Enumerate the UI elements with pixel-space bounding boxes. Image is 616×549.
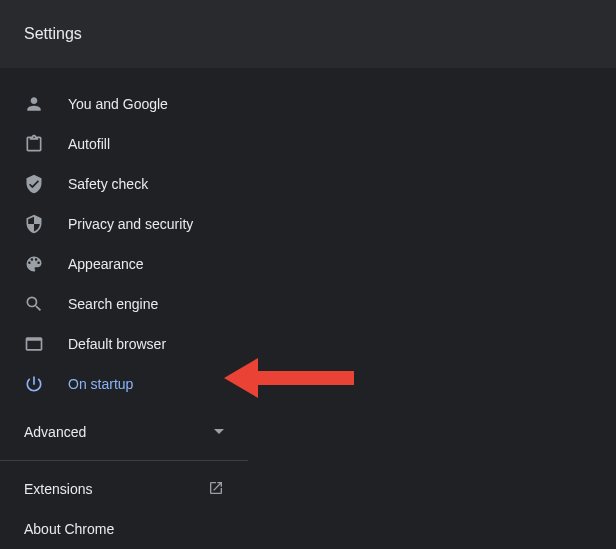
sidebar-item-label: Autofill [68, 136, 110, 152]
settings-sidebar: You and Google Autofill Safety check Pri… [0, 72, 248, 549]
sidebar-item-privacy-security[interactable]: Privacy and security [0, 204, 248, 244]
advanced-label: Advanced [24, 424, 86, 440]
security-icon [24, 214, 44, 234]
settings-header: Settings [0, 0, 616, 68]
search-icon [24, 294, 44, 314]
sidebar-item-on-startup[interactable]: On startup [0, 364, 248, 404]
chevron-down-icon [214, 424, 224, 440]
sidebar-item-label: Safety check [68, 176, 148, 192]
safety-check-icon [24, 174, 44, 194]
default-browser-icon [24, 334, 44, 354]
sidebar-item-label: Search engine [68, 296, 158, 312]
sidebar-item-safety-check[interactable]: Safety check [0, 164, 248, 204]
sidebar-item-search-engine[interactable]: Search engine [0, 284, 248, 324]
power-icon [24, 374, 44, 394]
sidebar-item-label: On startup [68, 376, 133, 392]
sidebar-advanced-toggle[interactable]: Advanced [0, 412, 248, 452]
sidebar-item-extensions[interactable]: Extensions [0, 469, 248, 509]
sidebar-item-label: You and Google [68, 96, 168, 112]
about-label: About Chrome [24, 521, 114, 537]
sidebar-item-about-chrome[interactable]: About Chrome [0, 509, 248, 549]
extensions-label: Extensions [24, 481, 92, 497]
sidebar-item-autofill[interactable]: Autofill [0, 124, 248, 164]
nav-list: You and Google Autofill Safety check Pri… [0, 72, 248, 404]
sidebar-item-label: Privacy and security [68, 216, 193, 232]
appearance-icon [24, 254, 44, 274]
external-link-icon [208, 480, 224, 499]
sidebar-item-default-browser[interactable]: Default browser [0, 324, 248, 364]
sidebar-divider [0, 460, 248, 461]
sidebar-item-you-and-google[interactable]: You and Google [0, 84, 248, 124]
page-title: Settings [24, 25, 82, 43]
settings-body: You and Google Autofill Safety check Pri… [0, 68, 616, 549]
person-icon [24, 94, 44, 114]
sidebar-item-label: Default browser [68, 336, 166, 352]
autofill-icon [24, 134, 44, 154]
sidebar-item-appearance[interactable]: Appearance [0, 244, 248, 284]
sidebar-item-label: Appearance [68, 256, 144, 272]
